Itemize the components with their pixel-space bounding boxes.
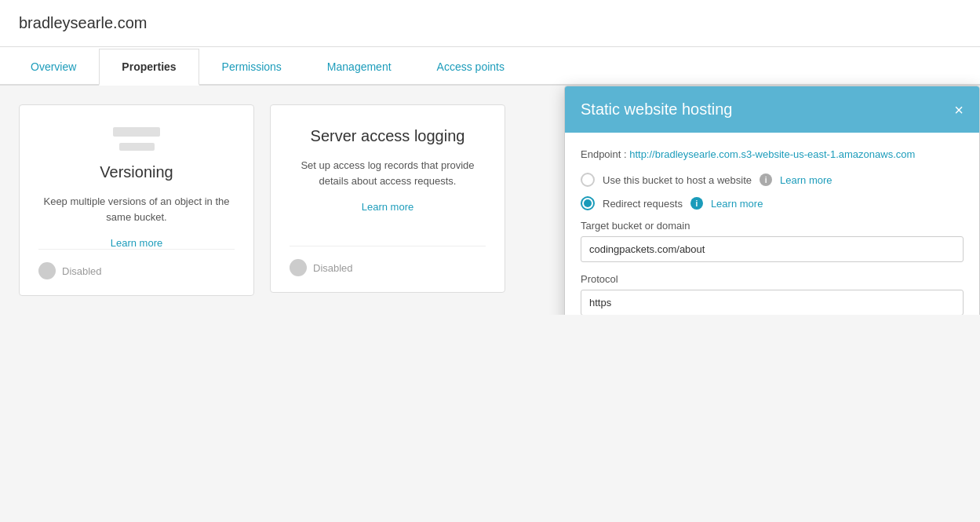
option-redirect-label: Redirect requests: [603, 198, 683, 210]
tab-overview[interactable]: Overview: [8, 49, 99, 86]
logging-title: Server access logging: [311, 127, 465, 145]
modal-body: Endpoint : http://bradleysearle.com.s3-w…: [565, 133, 979, 315]
versioning-description: Keep multiple versions of an object in t…: [38, 194, 235, 224]
protocol-label: Protocol: [581, 273, 964, 285]
versioning-card: Versioning Keep multiple versions of an …: [19, 104, 254, 296]
protocol-input[interactable]: [581, 290, 964, 315]
tab-properties[interactable]: Properties: [99, 49, 199, 86]
modal-close-button[interactable]: ×: [954, 102, 964, 118]
logging-learn-more[interactable]: Learn more: [362, 201, 413, 213]
versioning-title: Versioning: [100, 163, 173, 181]
use-bucket-learn-more[interactable]: Learn more: [780, 174, 832, 186]
logging-footer: Disabled: [290, 246, 486, 276]
info-icon-redirect[interactable]: i: [690, 197, 703, 210]
versioning-learn-more[interactable]: Learn more: [111, 237, 162, 249]
option-redirect[interactable]: Redirect requests i Learn more: [581, 196, 964, 210]
option-use-bucket-label: Use this bucket to host a website: [603, 174, 752, 186]
info-icon-use-bucket[interactable]: i: [760, 173, 772, 186]
tab-access-points[interactable]: Access points: [414, 49, 527, 86]
server-access-logging-card: Server access logging Set up access log …: [270, 104, 505, 293]
option-use-bucket[interactable]: Use this bucket to host a website i Lear…: [581, 173, 964, 187]
endpoint-url[interactable]: http://bradleysearle.com.s3-website-us-e…: [629, 148, 915, 160]
radio-use-bucket[interactable]: [581, 173, 595, 187]
modal-title: Static website hosting: [581, 100, 732, 119]
versioning-status: Disabled: [62, 265, 102, 277]
radio-redirect[interactable]: [581, 196, 595, 210]
target-bucket-group: Target bucket or domain: [581, 220, 964, 262]
tabs-bar: Overview Properties Permissions Manageme…: [0, 47, 980, 86]
redirect-learn-more[interactable]: Learn more: [711, 198, 763, 210]
target-bucket-input[interactable]: [581, 236, 964, 262]
tab-management[interactable]: Management: [304, 49, 414, 86]
card-icon-top: [113, 127, 160, 137]
modal-header: Static website hosting ×: [565, 86, 979, 133]
main-content: Versioning Keep multiple versions of an …: [0, 86, 980, 315]
logging-description: Set up access log records that provide d…: [290, 158, 486, 188]
versioning-toggle[interactable]: [38, 262, 56, 279]
site-title: bradleysearle.com: [19, 14, 961, 32]
endpoint-label: Endpoint :: [581, 148, 627, 160]
target-bucket-label: Target bucket or domain: [581, 220, 964, 232]
top-bar: bradleysearle.com: [0, 0, 980, 47]
card-icon-mid: [119, 143, 155, 151]
versioning-footer: Disabled: [38, 249, 235, 279]
static-hosting-modal: Static website hosting × Endpoint : http…: [564, 86, 980, 315]
logging-status: Disabled: [313, 262, 353, 274]
endpoint-row: Endpoint : http://bradleysearle.com.s3-w…: [581, 148, 964, 160]
logging-toggle[interactable]: [290, 259, 307, 276]
tab-permissions[interactable]: Permissions: [199, 49, 304, 86]
protocol-group: Protocol: [581, 273, 964, 315]
